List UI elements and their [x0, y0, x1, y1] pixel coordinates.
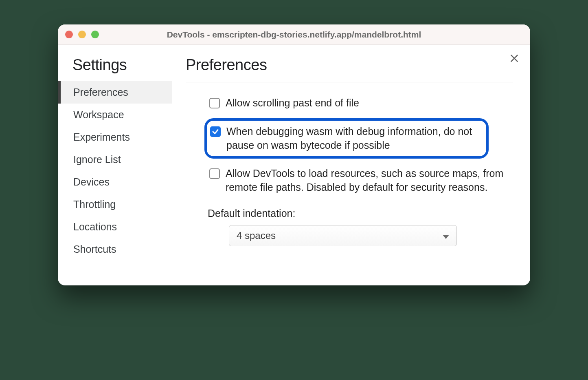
- svg-marker-0: [443, 235, 449, 239]
- checkbox-label: Allow scrolling past end of file: [226, 96, 359, 110]
- default-indentation-select[interactable]: 4 spaces: [229, 225, 457, 246]
- default-indentation-label: Default indentation:: [208, 208, 513, 219]
- sidebar-item-label: Locations: [73, 221, 117, 232]
- sidebar-item-label: Devices: [73, 176, 110, 188]
- window-minimize-button[interactable]: [78, 31, 86, 38]
- settings-content: Settings Preferences Workspace Experimen…: [58, 45, 530, 285]
- preferences-list: Allow scrolling past end of file When de…: [186, 93, 513, 246]
- checkbox-label: Allow DevTools to load resources, such a…: [226, 167, 511, 194]
- sidebar-item-label: Throttling: [73, 199, 116, 210]
- sidebar-item-label: Shortcuts: [73, 243, 116, 255]
- pref-wasm-skip-bytecode[interactable]: When debugging wasm with debug informati…: [204, 118, 489, 159]
- sidebar-items: Preferences Workspace Experiments Ignore…: [58, 81, 172, 261]
- sidebar-item-preferences[interactable]: Preferences: [58, 81, 172, 104]
- sidebar-item-label: Experiments: [73, 131, 130, 143]
- checkbox-icon[interactable]: [209, 168, 220, 179]
- traffic-lights: [65, 31, 99, 38]
- preferences-panel: Preferences Allow scrolling past end of …: [172, 45, 530, 273]
- sidebar-item-devices[interactable]: Devices: [58, 171, 172, 193]
- sidebar-item-label: Workspace: [73, 109, 124, 120]
- window-zoom-button[interactable]: [91, 31, 99, 38]
- checkbox-icon[interactable]: [210, 126, 221, 137]
- pref-allow-remote-file-paths[interactable]: Allow DevTools to load resources, such a…: [208, 163, 513, 198]
- sidebar-item-label: Preferences: [73, 86, 128, 98]
- checkbox-icon[interactable]: [209, 98, 220, 108]
- sidebar-item-locations[interactable]: Locations: [58, 216, 172, 238]
- settings-sidebar: Settings Preferences Workspace Experimen…: [58, 45, 172, 273]
- devtools-settings-window: DevTools - emscripten-dbg-stories.netlif…: [58, 24, 530, 285]
- sidebar-item-label: Ignore List: [73, 154, 121, 165]
- close-icon[interactable]: [509, 53, 520, 64]
- window-close-button[interactable]: [65, 31, 73, 38]
- checkbox-label: When debugging wasm with debug informati…: [226, 125, 480, 152]
- sidebar-item-throttling[interactable]: Throttling: [58, 193, 172, 216]
- sidebar-title: Settings: [58, 56, 172, 81]
- caret-down-icon: [443, 230, 449, 241]
- sidebar-item-ignore-list[interactable]: Ignore List: [58, 148, 172, 171]
- sidebar-item-shortcuts[interactable]: Shortcuts: [58, 238, 172, 261]
- preferences-title: Preferences: [186, 56, 513, 82]
- sidebar-item-experiments[interactable]: Experiments: [58, 126, 172, 148]
- select-value: 4 spaces: [237, 230, 276, 241]
- window-title: DevTools - emscripten-dbg-stories.netlif…: [58, 30, 530, 40]
- default-indentation-setting: 4 spaces: [208, 225, 513, 246]
- window-titlebar: DevTools - emscripten-dbg-stories.netlif…: [58, 24, 530, 45]
- sidebar-item-workspace[interactable]: Workspace: [58, 104, 172, 126]
- pref-allow-scroll-past-eof[interactable]: Allow scrolling past end of file: [208, 93, 513, 113]
